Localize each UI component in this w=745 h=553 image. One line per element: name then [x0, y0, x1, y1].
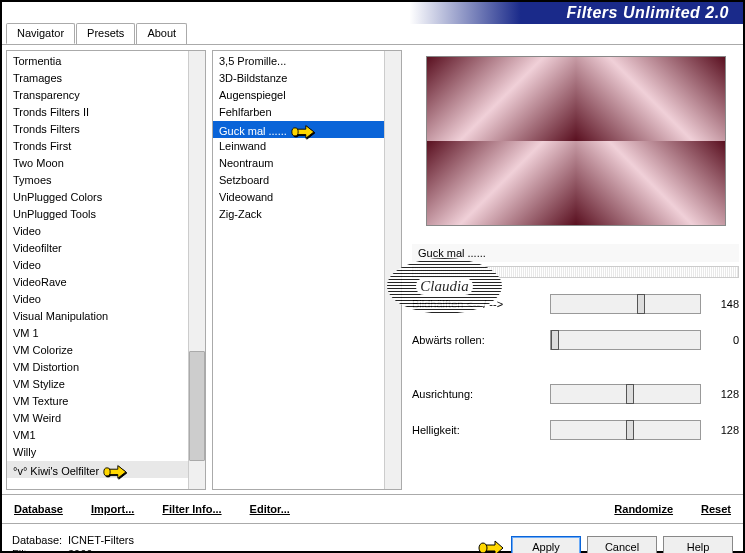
category-item[interactable]: Video — [7, 291, 188, 308]
filter-item[interactable]: Guck mal ...... — [213, 121, 384, 138]
param-row: Abwärts rollen:0 — [412, 326, 739, 354]
watermark-logo: Claudia — [387, 258, 502, 314]
cancel-button[interactable]: Cancel — [587, 536, 657, 553]
param-value: 128 — [709, 424, 739, 436]
left-scrollbar[interactable] — [188, 51, 205, 489]
filter-list[interactable]: 3,5 Promille...3D-BildstanzeAugenspiegel… — [212, 50, 402, 490]
param-slider[interactable] — [550, 294, 701, 314]
category-item[interactable]: Video — [7, 257, 188, 274]
category-item[interactable]: UnPlugged Colors — [7, 189, 188, 206]
param-value: 128 — [709, 388, 739, 400]
category-item[interactable]: Willy — [7, 444, 188, 461]
filter-item[interactable]: Neontraum — [213, 155, 384, 172]
filter-item[interactable]: Zig-Zack — [213, 206, 384, 223]
slider-thumb[interactable] — [626, 420, 634, 440]
apply-button[interactable]: Apply — [511, 536, 581, 553]
category-item[interactable]: VM Texture — [7, 393, 188, 410]
filter-item[interactable]: Setzboard — [213, 172, 384, 189]
category-item[interactable]: Tramages — [7, 70, 188, 87]
category-item[interactable]: VM Distortion — [7, 359, 188, 376]
param-slider[interactable] — [550, 330, 701, 350]
tab-about[interactable]: About — [136, 23, 187, 44]
import-link[interactable]: Import... — [91, 503, 134, 515]
db-label: Database: — [12, 533, 68, 547]
footer-info: Database:ICNET-Filters Filters:3966 — [12, 533, 477, 553]
category-item[interactable]: Video — [7, 223, 188, 240]
filters-label: Filters: — [12, 547, 68, 553]
category-item[interactable]: UnPlugged Tools — [7, 206, 188, 223]
param-label: Helligkeit: — [412, 424, 542, 436]
category-item[interactable]: Tronds Filters — [7, 121, 188, 138]
param-label: Ausrichtung: — [412, 388, 542, 400]
editor-link[interactable]: Editor... — [250, 503, 290, 515]
category-item[interactable]: VideoRave — [7, 274, 188, 291]
param-label: Abwärts rollen: — [412, 334, 542, 346]
filter-info-link[interactable]: Filter Info... — [162, 503, 221, 515]
reset-link[interactable]: Reset — [701, 503, 731, 515]
filter-item[interactable]: 3,5 Promille... — [213, 53, 384, 70]
param-value: 0 — [709, 334, 739, 346]
category-item[interactable]: VM1 — [7, 427, 188, 444]
help-button[interactable]: Help — [663, 536, 733, 553]
pointing-hand-icon — [103, 462, 129, 480]
filters-value: 3966 — [68, 547, 92, 553]
category-list[interactable]: TormentiaTramagesTransparencyTronds Filt… — [6, 50, 206, 490]
filter-item[interactable]: Augenspiegel — [213, 87, 384, 104]
app-title: Filters Unlimited 2.0 — [566, 4, 729, 22]
category-item[interactable]: Transparency — [7, 87, 188, 104]
param-row: Helligkeit:128 — [412, 416, 739, 444]
svg-point-0 — [104, 468, 110, 476]
pointing-hand-icon — [291, 122, 317, 140]
category-item[interactable]: VM Stylize — [7, 376, 188, 393]
category-item[interactable]: Tronds Filters II — [7, 104, 188, 121]
param-slider[interactable] — [550, 420, 701, 440]
tab-navigator[interactable]: Navigator — [6, 23, 75, 44]
pointing-hand-icon — [477, 535, 505, 553]
param-row: Ausrichtung:128 — [412, 380, 739, 408]
filter-item[interactable]: 3D-Bildstanze — [213, 70, 384, 87]
svg-point-1 — [292, 128, 298, 136]
slider-thumb[interactable] — [626, 384, 634, 404]
scroll-thumb[interactable] — [189, 351, 205, 461]
filter-item[interactable]: Leinwand — [213, 138, 384, 155]
category-item[interactable]: VM Colorize — [7, 342, 188, 359]
category-item[interactable]: Tymoes — [7, 172, 188, 189]
tab-bar: Navigator Presets About — [2, 23, 743, 45]
category-item[interactable]: Tronds First — [7, 138, 188, 155]
param-slider[interactable] — [550, 384, 701, 404]
database-link[interactable]: Database — [14, 503, 63, 515]
category-item[interactable]: Tormentia — [7, 53, 188, 70]
category-item[interactable]: Visual Manipulation — [7, 308, 188, 325]
randomize-link[interactable]: Randomize — [614, 503, 673, 515]
title-bar: Filters Unlimited 2.0 — [2, 2, 743, 24]
category-item[interactable]: Videofilter — [7, 240, 188, 257]
slider-thumb[interactable] — [637, 294, 645, 314]
category-item[interactable]: VM Weird — [7, 410, 188, 427]
db-value: ICNET-Filters — [68, 533, 134, 547]
filter-item[interactable]: Videowand — [213, 189, 384, 206]
param-value: 148 — [709, 298, 739, 310]
slider-thumb[interactable] — [551, 330, 559, 350]
category-item[interactable]: VM 1 — [7, 325, 188, 342]
tab-presets[interactable]: Presets — [76, 23, 135, 44]
toolbar: Database Import... Filter Info... Editor… — [2, 494, 743, 524]
filter-item[interactable]: Fehlfarben — [213, 104, 384, 121]
category-item[interactable]: Two Moon — [7, 155, 188, 172]
category-item[interactable]: °v° Kiwi's Oelfilter — [7, 461, 188, 478]
preview-image — [426, 56, 726, 226]
svg-point-2 — [479, 543, 487, 553]
